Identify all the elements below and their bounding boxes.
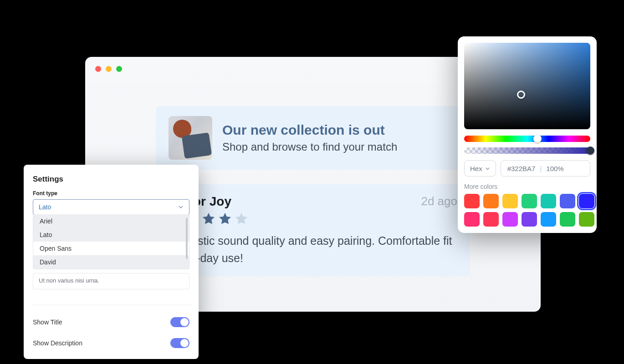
saturation-value-box[interactable]	[464, 43, 590, 129]
review-stars	[169, 212, 457, 226]
color-picker: Hex #322BA7 | 100% More colors	[458, 36, 597, 233]
color-swatch[interactable]	[483, 194, 499, 208]
settings-panel: Settings Font type Lato ArielLatoOpen Sa…	[24, 165, 199, 359]
color-swatch[interactable]	[464, 212, 480, 227]
chevron-down-icon	[178, 204, 184, 210]
color-swatch[interactable]	[483, 212, 499, 227]
review-time: 2d ago	[421, 194, 457, 208]
description-textarea[interactable]	[33, 273, 189, 289]
font-type-label: Font type	[33, 190, 189, 197]
color-swatch[interactable]	[522, 212, 537, 227]
maximize-icon[interactable]	[116, 66, 122, 72]
color-swatch[interactable]	[464, 194, 480, 208]
hue-thumb[interactable]	[533, 135, 542, 143]
minimize-icon[interactable]	[106, 66, 112, 72]
color-swatches	[464, 194, 590, 227]
review-body: Fantastic sound quality and easy pairing…	[169, 233, 457, 267]
settings-title: Settings	[33, 175, 189, 184]
collection-thumbnail	[169, 116, 212, 160]
font-option[interactable]: David	[33, 255, 189, 269]
collection-card: Our new collection is out Shop and brows…	[156, 106, 470, 170]
show-description-toggle[interactable]	[170, 338, 189, 348]
color-swatch[interactable]	[541, 212, 556, 227]
color-swatch[interactable]	[579, 194, 594, 208]
color-value-box[interactable]: #322BA7 | 100%	[501, 160, 590, 177]
color-swatch[interactable]	[541, 194, 556, 208]
star-icon	[201, 212, 216, 226]
color-hex-value: #322BA7	[507, 165, 536, 172]
color-format-select[interactable]: Hex	[464, 160, 496, 177]
collection-subtitle: Shop and browse to find your match	[222, 141, 397, 153]
more-colors-label: More colors	[464, 183, 590, 190]
font-type-selected: Lato	[39, 203, 51, 211]
color-swatch[interactable]	[522, 194, 537, 208]
font-option[interactable]: Open Sans	[33, 242, 189, 255]
color-swatch[interactable]	[502, 212, 518, 227]
color-swatch[interactable]	[579, 212, 594, 227]
font-option[interactable]: Ariel	[33, 214, 189, 228]
show-title-toggle[interactable]	[170, 317, 189, 327]
font-type-dropdown: ArielLatoOpen SansDavid	[33, 214, 189, 269]
color-swatch[interactable]	[560, 212, 575, 227]
chevron-down-icon	[485, 166, 490, 171]
font-option[interactable]: Lato	[33, 228, 189, 242]
show-description-label: Show Description	[33, 339, 82, 347]
color-swatch[interactable]	[560, 194, 575, 208]
font-type-select[interactable]: Lato	[33, 199, 189, 215]
review-card: Taylor Joy 2d ago Fantastic sound qualit…	[156, 184, 470, 277]
color-opacity-value: 100%	[546, 165, 563, 172]
star-icon	[218, 212, 232, 226]
divider	[31, 305, 191, 305]
alpha-slider[interactable]	[464, 147, 590, 154]
show-title-label: Show Title	[33, 318, 62, 326]
window-controls	[95, 66, 122, 72]
hue-slider[interactable]	[464, 136, 590, 142]
color-format-value: Hex	[470, 165, 482, 172]
alpha-thumb[interactable]	[586, 147, 594, 155]
close-icon[interactable]	[95, 66, 101, 72]
sv-cursor[interactable]	[517, 91, 525, 99]
color-swatch[interactable]	[502, 194, 518, 208]
star-icon	[234, 212, 249, 226]
dropdown-scrollbar[interactable]	[186, 218, 188, 259]
collection-title: Our new collection is out	[222, 122, 397, 138]
